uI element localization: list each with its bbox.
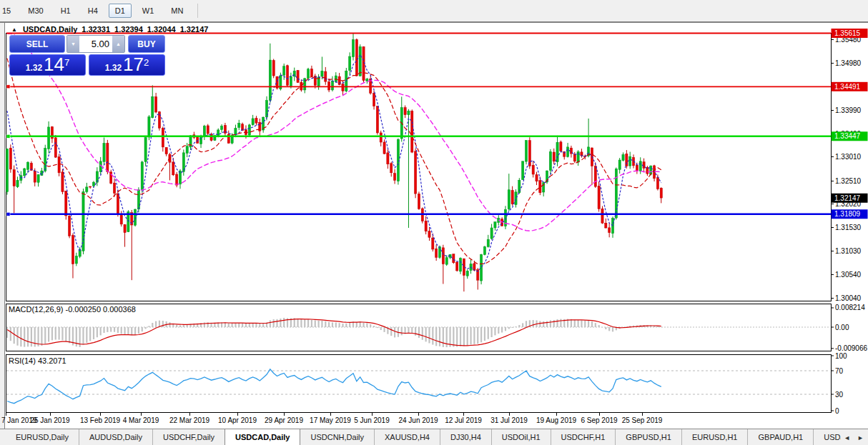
tab-xauusd-h4[interactable]: XAUUSD,H4 [374,429,440,445]
sell-price-pips: 14 [44,56,64,73]
sell-button[interactable]: SELL [9,35,65,53]
chart-tab-bar: EURUSD,DailyAUDUSD,DailyUSDCHF,DailyUSDC… [0,429,868,445]
tab-usdcad-daily[interactable]: USDCAD,Daily [225,429,300,445]
buy-price-point: 2 [144,59,149,66]
timeframe-button-h1[interactable]: H1 [54,4,77,18]
buy-price-pips: 17 [123,56,144,73]
volume-decrease-button[interactable]: ▼ [67,36,79,52]
mt4-application-window: 15M30H1H4D1W1MN ▲ USDCAD,Daily 1.32331 1… [0,0,868,445]
volume-increase-button[interactable]: ▲ [112,36,124,52]
tab-eurusd-h1[interactable]: EURUSD,H1 [681,429,748,445]
timeframe-button-d1[interactable]: D1 [109,4,132,18]
buy-price-display[interactable]: 1.32 17 2 [89,54,165,76]
tab-scroll-right-icon[interactable]: ► [857,434,864,441]
chart-window-background [4,22,868,429]
tab-usdchf-h1[interactable]: USDCHF,H1 [551,429,616,445]
one-click-trading-panel: SELL ▼ 5.00 ▲ BUY 1.32 14 7 1.32 17 2 [9,35,165,76]
timeframe-button-15[interactable]: 15 [0,4,17,18]
sell-price-point: 7 [64,59,69,66]
tab-gbpaud-h1[interactable]: GBPAUD,H1 [747,429,813,445]
volume-control: ▼ 5.00 ▲ [66,35,125,53]
buy-price-prefix: 1.32 [105,63,122,73]
tab-scroll-left-icon[interactable]: ◄ [844,434,850,441]
ohlc-high: 1.32394 [114,25,143,34]
timeframe-button-w1[interactable]: W1 [136,4,161,18]
volume-input[interactable]: 5.00 [79,36,112,52]
timeframe-button-mn[interactable]: MN [164,4,189,18]
toolbar-separator [197,4,198,18]
ohlc-low: 1.32044 [147,25,176,34]
tab-scroll-arrows: ◄ ► [841,429,867,445]
timeframe-button-h4[interactable]: H4 [82,4,104,18]
sell-price-display[interactable]: 1.32 14 7 [9,54,86,76]
tab-audusd-daily[interactable]: AUDUSD,Daily [79,429,152,445]
chart-title-bar: ▲ USDCAD,Daily 1.32331 1.32394 1.32044 1… [11,25,208,34]
ohlc-close: 1.32147 [180,25,209,34]
tab-dj30-h4[interactable]: DJ30,H4 [440,429,491,445]
tab-usdoil-h1[interactable]: USDOil,H1 [491,429,551,445]
buy-button[interactable]: BUY [128,35,165,53]
timeframe-toolbar: 15M30H1H4D1W1MN [0,0,868,22]
timeframe-button-m30[interactable]: M30 [21,4,49,18]
tab-usdchf-daily[interactable]: USDCHF,Daily [152,429,225,445]
tab-gbpusd-h1[interactable]: GBPUSD,H1 [615,429,681,445]
tab-usdcnh-daily[interactable]: USDCNH,Daily [300,429,374,445]
sell-price-prefix: 1.32 [26,63,42,73]
ohlc-open: 1.32331 [82,25,110,34]
chart-symbol-period: USDCAD,Daily [23,25,77,34]
collapse-panel-icon[interactable]: ▲ [11,26,17,33]
tab-eurusd-daily[interactable]: EURUSD,Daily [6,429,79,445]
